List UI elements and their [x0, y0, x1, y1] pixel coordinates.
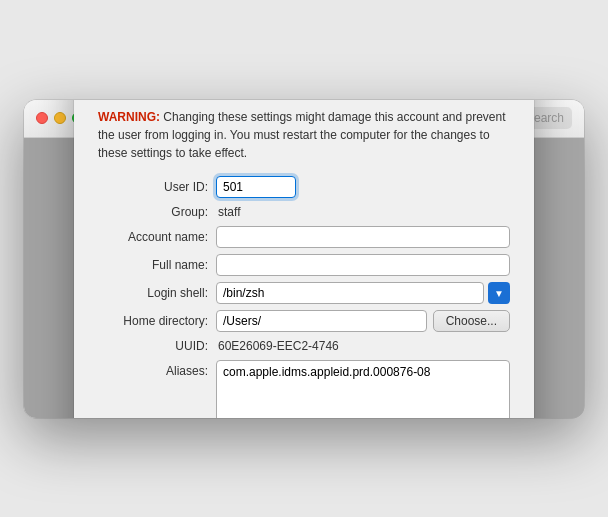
aliases-textarea[interactable]: com.apple.idms.appleid.prd.000876-08: [216, 360, 510, 418]
home-dir-wrapper: Choose...: [216, 310, 510, 332]
account-name-label: Account name:: [98, 230, 208, 244]
warning-text: Changing these settings might damage thi…: [98, 110, 506, 160]
choose-button[interactable]: Choose...: [433, 310, 510, 332]
login-shell-input[interactable]: [216, 282, 484, 304]
login-shell-dropdown-icon[interactable]: ▼: [488, 282, 510, 304]
warning-box: WARNING: Changing these settings might d…: [98, 108, 510, 162]
dialog-overlay: Advanced Options User: WARNING: Changing…: [24, 138, 584, 418]
login-shell-label: Login shell:: [98, 286, 208, 300]
window-content: Advanced Options User: WARNING: Changing…: [24, 138, 584, 418]
account-name-input[interactable]: [216, 226, 510, 248]
form-grid: User ID: Group: staff Account name: Full…: [98, 176, 510, 418]
chevron-down-icon: ▼: [494, 288, 504, 299]
full-name-input[interactable]: [216, 254, 510, 276]
group-label: Group:: [98, 205, 208, 219]
aliases-label: Aliases:: [98, 364, 208, 378]
login-shell-wrapper: ▼: [216, 282, 510, 304]
user-label: User:: [98, 100, 510, 101]
group-value: staff: [216, 204, 510, 220]
os-window: ‹ › Users & Groups ⌕ Search Advanced Op: [24, 100, 584, 418]
dialog: Advanced Options User: WARNING: Changing…: [74, 100, 534, 418]
home-directory-input[interactable]: [216, 310, 427, 332]
home-directory-label: Home directory:: [98, 314, 208, 328]
aliases-container: com.apple.idms.appleid.prd.000876-08 + −: [216, 360, 510, 418]
full-name-label: Full name:: [98, 258, 208, 272]
close-button[interactable]: [36, 112, 48, 124]
user-id-label: User ID:: [98, 180, 208, 194]
warning-label: WARNING:: [98, 110, 160, 124]
uuid-label: UUID:: [98, 339, 208, 353]
user-id-input[interactable]: [216, 176, 296, 198]
minimize-button[interactable]: [54, 112, 66, 124]
uuid-value: 60E26069-EEC2-4746: [216, 338, 510, 354]
